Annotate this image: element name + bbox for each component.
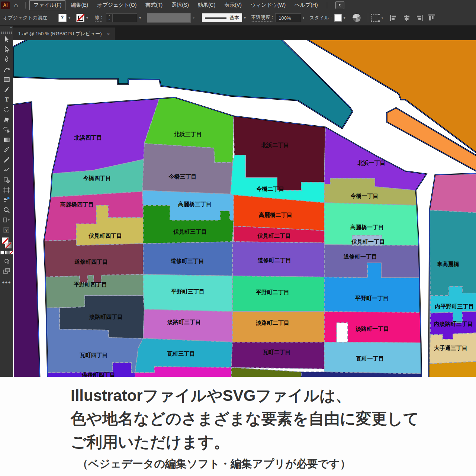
stroke-style-value: 基本 xyxy=(229,15,239,21)
district-label-内平野町三丁目: 内平野町三丁目 xyxy=(435,303,474,309)
district-label-伏見町四丁目: 伏見町四丁目 xyxy=(88,232,122,239)
gradient-tool-icon[interactable] xyxy=(1,135,12,145)
district-label-平野町四丁目: 平野町四丁目 xyxy=(74,281,107,287)
district-label-北浜二丁目: 北浜二丁目 xyxy=(261,142,289,148)
district-淡路町三丁目[interactable] xyxy=(143,309,232,342)
chevron-down-icon[interactable]: ▼ xyxy=(243,16,247,20)
caption-line: ご利用いただけます。 xyxy=(71,432,229,453)
more-tools-icon[interactable]: ●●● xyxy=(2,280,11,285)
stroke-style-select[interactable]: 基本 xyxy=(202,13,242,22)
fill-none-swatch[interactable] xyxy=(2,237,9,244)
knife-tool-icon[interactable] xyxy=(1,145,12,155)
home-icon[interactable]: ⌂ xyxy=(14,1,18,9)
district-label-高麗橋二丁目: 高麗橋二丁目 xyxy=(259,212,292,218)
chevron-down-icon[interactable]: ▼ xyxy=(86,16,89,20)
menu-item-9[interactable]: ヘルプ(H) xyxy=(291,1,321,10)
align-center-icon[interactable] xyxy=(402,14,411,22)
symbol-sprayer-tool-icon[interactable] xyxy=(1,175,12,185)
color-wheel-icon[interactable] xyxy=(352,13,361,22)
curvature-tool-icon[interactable] xyxy=(1,64,12,74)
bounding-box-icon[interactable] xyxy=(371,14,379,22)
menu-item-1[interactable]: ファイル(F) xyxy=(29,0,65,10)
menu-item-8[interactable]: ウィンドウ(W) xyxy=(247,1,289,10)
context-label: オブジェクトの混在 xyxy=(3,15,47,21)
rectangle-tool-icon[interactable] xyxy=(1,74,12,84)
artboard-tool-icon[interactable] xyxy=(1,185,12,195)
stroke-weight-input[interactable] xyxy=(113,13,137,22)
stroke-line-preview xyxy=(205,17,226,19)
district-label-淡路町四丁目: 淡路町四丁目 xyxy=(89,313,123,320)
district-東高麗橋[interactable] xyxy=(430,210,476,296)
control-bar: オブジェクトの混在 ? ▼ ▼ 線 : ⌃⌄ ▼ ▼ 基本 ▼ 不透明度 : 1… xyxy=(0,10,476,26)
gradient-swatch-icon[interactable] xyxy=(5,251,9,254)
width-profile-select[interactable] xyxy=(147,13,191,23)
district-east-pink[interactable] xyxy=(430,174,476,213)
district-east-orange-bottom[interactable] xyxy=(429,361,476,377)
paste-board-icon[interactable] xyxy=(1,215,12,225)
divider xyxy=(327,2,327,9)
screen-mode-icon[interactable] xyxy=(1,266,12,276)
eraser-tool-icon[interactable] xyxy=(1,115,12,125)
menu-item-3[interactable]: オブジェクト(O) xyxy=(93,1,140,10)
width-tool-icon[interactable] xyxy=(1,165,12,175)
district-label-内淡路町三丁目: 内淡路町三丁目 xyxy=(434,321,473,327)
fill-stroke-swatches[interactable] xyxy=(2,237,12,248)
align-top-icon[interactable] xyxy=(428,14,436,22)
district-瓦町二丁目[interactable] xyxy=(231,342,324,369)
fill-swatch[interactable]: ? xyxy=(58,14,67,22)
none-swatch-icon[interactable] xyxy=(9,251,13,254)
tools-panel: » ▮▮▮▮▮▮ T ? ●●● xyxy=(0,25,13,377)
type-tool-icon[interactable]: T xyxy=(1,94,12,104)
chevron-down-icon[interactable]: ▼ xyxy=(381,17,384,19)
chevron-down-icon[interactable]: ▼ xyxy=(68,16,71,20)
rotate-tool-icon[interactable] xyxy=(1,104,12,115)
direct-selection-tool-icon[interactable] xyxy=(1,44,12,54)
color-swatch-icon[interactable] xyxy=(0,251,4,254)
chevron-down-icon[interactable]: ▼ xyxy=(343,16,346,20)
stroke-weight-label[interactable]: 線 : xyxy=(95,14,102,22)
district-label-道修町二丁目: 道修町二丁目 xyxy=(257,257,291,263)
align-left-icon[interactable] xyxy=(390,14,398,22)
selection-tool-icon[interactable] xyxy=(1,34,12,44)
document-canvas[interactable]: 北浜四丁目北浜三丁目北浜二丁目北浜一丁目今橋四丁目今橋三丁目今橋二丁目今橋一丁目… xyxy=(13,40,476,377)
district-label-道修町三丁目: 道修町三丁目 xyxy=(170,258,204,264)
menu-item-5[interactable]: 選択(S) xyxy=(168,1,193,10)
app-logo-icon[interactable]: Ai xyxy=(1,1,10,9)
menu-item-6[interactable]: 効果(C) xyxy=(194,1,219,10)
opacity-label[interactable]: 不透明度 : xyxy=(251,14,273,22)
stroke-swatch[interactable] xyxy=(76,14,84,22)
svg-text:T: T xyxy=(4,96,9,103)
menu-item-2[interactable]: 編集(E) xyxy=(67,1,92,10)
district-label-瓦町一丁目: 瓦町一丁目 xyxy=(356,355,384,361)
caption-line: （ベジェデータの編集ソフト・編集アプリが必要です） xyxy=(77,457,351,472)
symbol-cursor-tool-icon[interactable] xyxy=(1,125,12,135)
district-label-大手通三丁目: 大手通三丁目 xyxy=(434,345,467,351)
close-icon[interactable]: × xyxy=(107,31,110,37)
expand-panel-icon[interactable]: » xyxy=(10,25,12,29)
opacity-more-button[interactable]: › xyxy=(303,15,304,20)
align-right-icon[interactable] xyxy=(415,14,423,22)
eyedropper-tool-icon[interactable] xyxy=(1,155,12,165)
map-artwork[interactable]: 北浜四丁目北浜三丁目北浜二丁目北浜一丁目今橋四丁目今橋三丁目今橋二丁目今橋一丁目… xyxy=(13,40,476,377)
opacity-input[interactable]: 100% xyxy=(275,13,301,22)
stroke-weight-stepper[interactable]: ⌃⌄ xyxy=(106,13,113,22)
district-淡路町二丁目[interactable] xyxy=(232,312,324,342)
menu-item-7[interactable]: 表示(V) xyxy=(221,1,245,10)
menu-item-4[interactable]: 書式(T) xyxy=(142,1,166,10)
color-mode-row xyxy=(0,251,13,254)
district-label-道修町四丁目: 道修町四丁目 xyxy=(74,258,108,265)
draw-mode-icon[interactable] xyxy=(1,256,12,266)
chevron-down-icon[interactable]: ▼ xyxy=(138,16,142,20)
graph-tool-icon[interactable] xyxy=(1,195,12,205)
style-swatch[interactable] xyxy=(334,14,342,22)
district-label-今橋三丁目: 今橋三丁目 xyxy=(168,173,197,180)
paintbrush-tool-icon[interactable] xyxy=(1,84,12,94)
touch-workspace-icon[interactable] xyxy=(335,1,344,9)
district-label-東高麗橋: 東高麗橋 xyxy=(437,261,459,267)
zoom-tool-icon[interactable] xyxy=(1,205,12,215)
district-label-伏見町二丁目: 伏見町二丁目 xyxy=(257,232,291,239)
panel-grip[interactable]: ▮▮▮▮▮▮ xyxy=(0,31,12,34)
svg-text:?: ? xyxy=(5,228,7,232)
pen-tool-icon[interactable] xyxy=(1,54,12,64)
document-tab[interactable]: 1.ai* @ 150 % (RGB/CPU プレビュー) × xyxy=(13,28,115,40)
